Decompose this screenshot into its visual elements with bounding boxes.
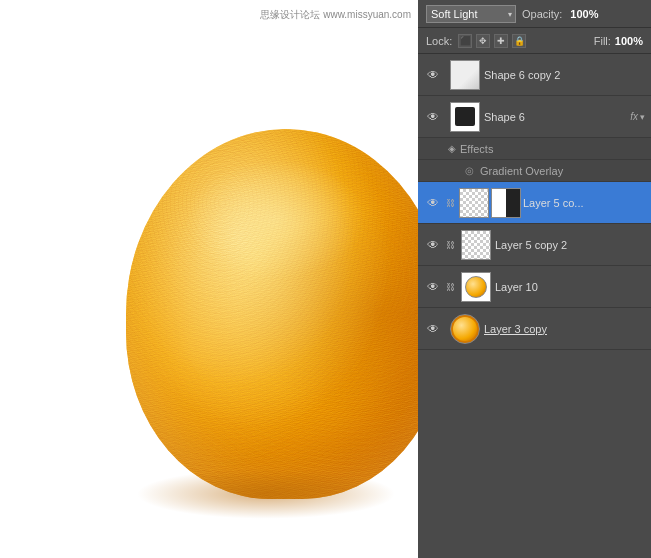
opacity-label: Opacity: [522,8,562,20]
layers-list[interactable]: 👁 Shape 6 copy 2 👁 Shape 6 fx ▾ ◈ Effect [418,54,651,558]
layer-row-layer5co[interactable]: 👁 ⛓ Layer 5 co... [418,182,651,224]
blend-mode-select[interactable]: Soft Light Normal Multiply Screen Overla… [426,5,516,23]
lock-pixels-icon[interactable]: ⬛ [458,34,472,48]
visibility-icon-layer10[interactable]: 👁 [424,278,442,296]
effects-row: ◈ Effects [418,138,651,160]
fur-strands [126,129,446,499]
layers-panel: Soft Light Normal Multiply Screen Overla… [418,0,651,558]
layer-row-layer10[interactable]: 👁 ⛓ Layer 10 [418,266,651,308]
layer-row-layer3copy[interactable]: 👁 Layer 3 copy [418,308,651,350]
layer-thumb-layer3copy [450,314,480,344]
lock-icons: ⬛ ✥ ✚ 🔒 [458,34,526,48]
layer-name-layer5co: Layer 5 co... [523,197,645,209]
gradient-overlay-row: ◎ Gradient Overlay [418,160,651,182]
effects-label: Effects [460,143,493,155]
lock-transform-icon[interactable]: ✥ [476,34,490,48]
layer-name-shape6: Shape 6 [484,111,626,123]
layer-thumb-shape6 [450,102,480,132]
layer-thumb-main-layer5co [459,188,489,218]
fill-value: 100% [615,35,643,47]
layer-name-shape6copy2: Shape 6 copy 2 [484,69,645,81]
lock-all-icon[interactable]: 🔒 [512,34,526,48]
fill-label: Fill: [594,35,611,47]
lock-move-icon[interactable]: ✚ [494,34,508,48]
fx-badge-shape6: fx [630,111,638,122]
effects-diamond-icon: ◈ [448,143,456,154]
fur-shadow [136,469,396,519]
opacity-value: 100% [570,8,598,20]
layer-thumb-pair-layer5co [459,188,521,218]
gradient-eye-icon[interactable]: ◎ [462,164,476,178]
layer-row-layer5copy2[interactable]: 👁 ⛓ Layer 5 copy 2 [418,224,651,266]
link-icon-layer10: ⛓ [446,282,455,292]
visibility-icon-shape6copy2[interactable]: 👁 [424,66,442,84]
fill-area: Fill: 100% [594,35,643,47]
expand-shape6-icon[interactable]: ▾ [640,112,645,122]
layer-name-layer3copy: Layer 3 copy [484,323,645,335]
link-icon-layer5co: ⛓ [446,198,455,208]
layer-thumb-layer10 [461,272,491,302]
layer-thumb-shape6copy2 [450,60,480,90]
fur-highlight [186,159,366,279]
visibility-icon-layer3copy[interactable]: 👁 [424,320,442,338]
blend-opacity-bar: Soft Light Normal Multiply Screen Overla… [418,0,651,28]
watermark: 思缘设计论坛 www.missyuan.com [260,8,411,22]
visibility-icon-layer5copy2[interactable]: 👁 [424,236,442,254]
layers-panel-inner: Soft Light Normal Multiply Screen Overla… [418,0,651,558]
blend-mode-wrapper[interactable]: Soft Light Normal Multiply Screen Overla… [426,5,516,23]
lock-label: Lock: [426,35,452,47]
layer-mask-layer5co [491,188,521,218]
layer-name-layer10: Layer 10 [495,281,645,293]
visibility-icon-shape6[interactable]: 👁 [424,108,442,126]
layer-row-shape6copy2[interactable]: 👁 Shape 6 copy 2 [418,54,651,96]
fur-body [126,129,446,499]
layer-thumb-layer5copy2 [461,230,491,260]
visibility-icon-layer5co[interactable]: 👁 [424,194,442,212]
link-icon-layer5copy2: ⛓ [446,240,455,250]
layer-row-shape6[interactable]: 👁 Shape 6 fx ▾ [418,96,651,138]
gradient-overlay-label: Gradient Overlay [480,165,563,177]
lock-bar: Lock: ⬛ ✥ ✚ 🔒 Fill: 100% [418,28,651,54]
layer-name-layer5copy2: Layer 5 copy 2 [495,239,645,251]
fur-creature [106,109,466,509]
